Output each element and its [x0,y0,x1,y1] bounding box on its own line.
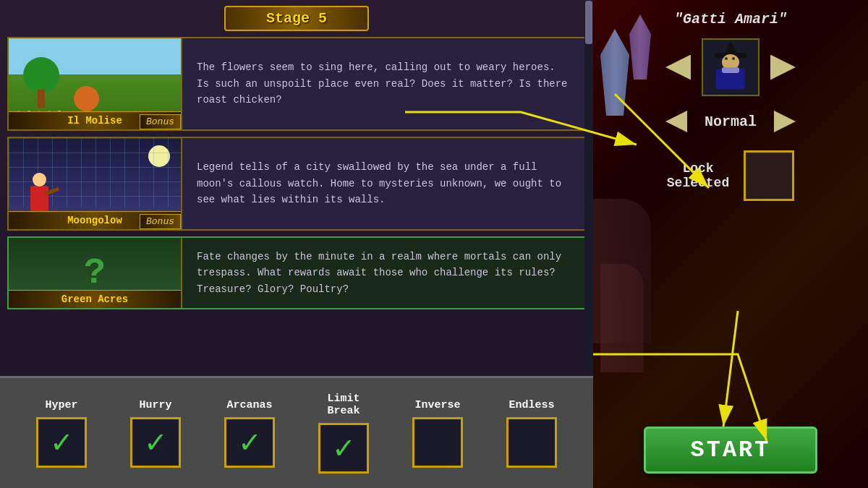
modifier-checkbox-hurry[interactable] [130,417,181,468]
boss-sprite [702,38,760,96]
modifiers-bar: Hyper Hurry Arcanas Limit Break Inverse … [0,376,593,488]
modifier-checkbox-inverse[interactable] [412,417,463,468]
difficulty-prev-button[interactable] [665,111,687,132]
eye-right [732,57,735,60]
modifier-checkbox-hyper[interactable] [36,417,87,468]
tree-decoration [23,57,59,108]
modifier-label: Endless [509,399,554,411]
scrollbar[interactable] [584,0,593,372]
level-description: The flowers seem to sing here, calling o… [182,38,584,129]
unknown-indicator: ? [84,252,106,294]
level-list: Il Molise Bonus The flowers seem to sing… [0,37,593,376]
lock-selected-label: LockSelected [667,161,729,190]
modifier-hurry: Hurry [130,399,181,468]
lock-selected-row: LockSelected [667,150,794,201]
modifier-label: Inverse [414,399,460,411]
tree-trunk [38,90,45,108]
level-name: Moongolow [67,215,122,226]
warrior-head [33,173,46,187]
stage-header: Stage 5 [224,6,369,31]
creature [74,86,99,111]
level-thumbnail: ? Green Acres [9,238,182,308]
modifier-hyper: Hyper [36,399,87,468]
boss-prev-button[interactable] [665,55,691,80]
modifier-inverse: Inverse [412,399,463,468]
level-thumbnail: Il Molise Bonus [9,38,182,129]
boss-name: "Gatti Amari" [674,11,787,27]
witch-collar [722,67,739,73]
right-panel: "Gatti Amari" [593,0,868,488]
modifier-label: Arcanas [226,399,272,411]
modifier-limit-break: Limit Break [318,393,369,474]
boss-selector [665,38,796,96]
modifier-endless: Endless [506,399,557,468]
level-thumbnail: Moongolow Bonus [9,138,182,229]
list-item[interactable]: Moongolow Bonus Legend tells of a city s… [7,137,586,231]
modifier-checkbox-arcanas[interactable] [224,417,275,468]
rock-formation-2 [600,264,644,372]
list-item[interactable]: Il Molise Bonus The flowers seem to sing… [7,37,586,131]
difficulty-label: Normal [694,114,767,130]
difficulty-next-button[interactable] [774,111,796,132]
modifier-label: Hurry [139,399,171,411]
modifier-arcanas: Arcanas [224,399,275,468]
start-button[interactable]: START [644,427,817,474]
stage-label: Stage 5 [266,10,327,27]
tree-top [23,57,59,93]
level-description: Fate changes by the minute in a realm wh… [182,238,584,308]
level-name-badge: Green Acres [9,290,181,308]
modifier-checkbox-endless[interactable] [506,417,557,468]
level-name: Green Acres [61,294,128,305]
bonus-badge: Bonus [140,214,181,229]
scroll-thumb [585,1,592,44]
eye-left [725,57,728,60]
left-panel: Stage 5 [0,0,593,488]
lock-selected-box[interactable] [744,150,794,201]
level-name: Il Molise [67,115,122,127]
modifier-checkbox-limit-break[interactable] [318,423,369,474]
modifier-label: Hyper [45,399,77,411]
right-content: "Gatti Amari" [593,0,868,226]
bonus-badge: Bonus [140,114,181,129]
modifier-label: Limit Break [327,393,359,417]
level-description: Legend tells of a city swallowed by the … [182,138,584,229]
list-item[interactable]: ? Green Acres Fate changes by the minute… [7,236,586,309]
witch-art [709,41,752,93]
boss-next-button[interactable] [770,55,796,80]
difficulty-selector: Normal [665,111,796,132]
